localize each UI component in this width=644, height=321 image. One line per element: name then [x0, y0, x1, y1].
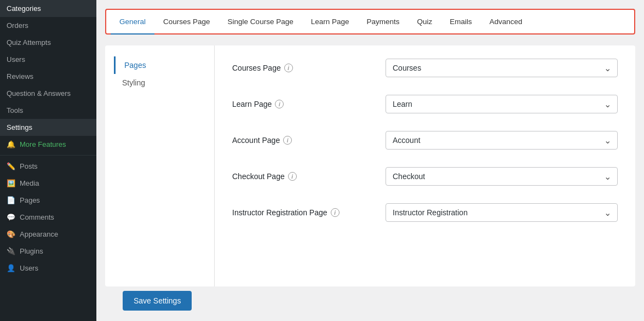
appearance-icon: 🎨 [7, 230, 15, 238]
checkout-page-label: Checkout Page i [232, 172, 375, 181]
checkout-page-select[interactable]: Checkout Cart Purchase [386, 167, 618, 186]
instructor-page-info-icon[interactable]: i [331, 208, 340, 217]
left-nav-styling[interactable]: Styling [114, 74, 205, 91]
tab-advanced[interactable]: Advanced [481, 10, 531, 35]
form-row-learn: Learn Page i Learn My Learning Learn Now… [232, 95, 618, 113]
tab-payments[interactable]: Payments [358, 10, 408, 35]
account-page-select-wrapper: Account My Account User Account ⌄ [386, 131, 618, 150]
megaphone-icon: 🔔 [7, 140, 15, 148]
tools-label: Tools [7, 106, 23, 114]
tab-general[interactable]: General [111, 10, 154, 35]
sidebar-item-appearance[interactable]: 🎨 Appearance [0, 226, 96, 243]
content-area: Pages Styling Courses Page i Courses My … [105, 45, 635, 286]
sidebar-item-categories[interactable]: Categories [0, 0, 96, 17]
sidebar-item-posts[interactable]: ✏️ Posts [0, 158, 96, 175]
users-label: Users [7, 55, 25, 64]
sidebar-item-reviews[interactable]: Reviews [0, 68, 96, 85]
tab-quiz[interactable]: Quiz [409, 10, 441, 35]
instructor-page-select[interactable]: Instructor Registration Become Instructo… [386, 203, 618, 222]
learn-page-label: Learn Page i [232, 100, 375, 108]
sidebar-item-tools[interactable]: Tools [0, 102, 96, 119]
quiz-attempts-label: Quiz Attempts [7, 38, 51, 47]
left-nav-pages[interactable]: Pages [122, 56, 205, 74]
checkout-page-info-icon[interactable]: i [288, 172, 297, 181]
posts-label: Posts [20, 162, 38, 170]
sidebar: Categories Orders Quiz Attempts Users Re… [0, 0, 96, 321]
checkout-page-select-wrapper: Checkout Cart Purchase ⌄ [386, 167, 618, 186]
media-icon: 🖼️ [7, 179, 15, 187]
sidebar-item-orders[interactable]: Orders [0, 17, 96, 34]
courses-page-label: Courses Page i [232, 64, 375, 72]
form-area: Courses Page i Courses My Courses All Co… [215, 45, 635, 286]
main-content: General Courses Page Single Course Page … [96, 0, 644, 321]
plugins-label: Plugins [20, 247, 43, 255]
sidebar-item-more-features[interactable]: 🔔 More Features [0, 136, 96, 153]
sidebar-item-settings[interactable]: Settings [0, 119, 96, 136]
sidebar-item-plugins[interactable]: 🔌 Plugins [0, 243, 96, 260]
instructor-page-select-wrapper: Instructor Registration Become Instructo… [386, 203, 618, 222]
save-settings-button[interactable]: Save Settings [123, 291, 192, 311]
pages-icon: 📄 [7, 196, 15, 204]
account-page-label: Account Page i [232, 136, 375, 145]
wp-users-icon: 👤 [7, 264, 15, 272]
categories-label: Categories [7, 4, 41, 13]
form-row-courses: Courses Page i Courses My Courses All Co… [232, 59, 618, 77]
wp-users-label: Users [20, 264, 38, 272]
instructor-page-label: Instructor Registration Page i [232, 208, 375, 217]
reviews-label: Reviews [7, 72, 33, 81]
qa-label: Question & Answers [7, 89, 71, 98]
sidebar-item-users[interactable]: Users [0, 51, 96, 68]
tab-bar: General Courses Page Single Course Page … [105, 9, 635, 35]
sidebar-item-quiz-attempts[interactable]: Quiz Attempts [0, 34, 96, 51]
courses-page-select[interactable]: Courses My Courses All Courses [386, 59, 618, 77]
tab-courses-page[interactable]: Courses Page [154, 10, 219, 35]
learn-page-info-icon[interactable]: i [275, 100, 284, 108]
sidebar-item-pages[interactable]: 📄 Pages [0, 192, 96, 209]
plugins-icon: 🔌 [7, 247, 15, 255]
sidebar-item-comments[interactable]: 💬 Comments [0, 209, 96, 226]
tab-single-course-page[interactable]: Single Course Page [219, 10, 302, 35]
media-label: Media [20, 179, 39, 187]
orders-label: Orders [7, 21, 28, 30]
form-row-account: Account Page i Account My Account User A… [232, 131, 618, 150]
form-row-instructor: Instructor Registration Page i Instructo… [232, 203, 618, 222]
account-page-select[interactable]: Account My Account User Account [386, 131, 618, 150]
more-features-label: More Features [20, 140, 66, 148]
tab-emails[interactable]: Emails [441, 10, 481, 35]
learn-page-select-wrapper: Learn My Learning Learn Now ⌄ [386, 95, 618, 113]
courses-page-info-icon[interactable]: i [284, 64, 293, 72]
form-row-checkout: Checkout Page i Checkout Cart Purchase ⌄ [232, 167, 618, 186]
sidebar-item-wp-users[interactable]: 👤 Users [0, 260, 96, 277]
tab-learn-page[interactable]: Learn Page [302, 10, 358, 35]
pages-label: Pages [20, 196, 40, 204]
learn-page-select[interactable]: Learn My Learning Learn Now [386, 95, 618, 113]
account-page-info-icon[interactable]: i [283, 136, 292, 145]
left-nav: Pages Styling [105, 45, 215, 286]
appearance-label: Appearance [20, 230, 58, 238]
comments-icon: 💬 [7, 213, 15, 221]
posts-icon: ✏️ [7, 162, 15, 170]
comments-label: Comments [20, 213, 54, 221]
sidebar-item-qa[interactable]: Question & Answers [0, 85, 96, 102]
sidebar-item-media[interactable]: 🖼️ Media [0, 175, 96, 192]
settings-label: Settings [7, 123, 32, 131]
courses-page-select-wrapper: Courses My Courses All Courses ⌄ [386, 59, 618, 77]
